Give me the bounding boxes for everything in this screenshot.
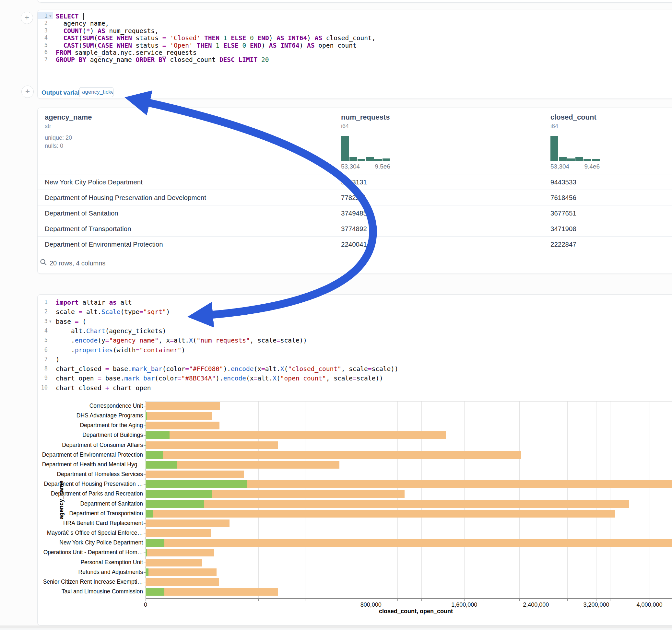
histogram-bar: [383, 159, 390, 161]
table-cell: 2222847: [550, 237, 576, 252]
column-stat-unique: unique: 20: [45, 135, 72, 141]
table-row[interactable]: Department of Transportation377489234719…: [38, 221, 672, 236]
histogram-bar: [550, 136, 558, 161]
code-line: FROM sample_data.nyc.service_requests: [56, 49, 196, 56]
histogram-max-closed-count: 9.4e6: [570, 163, 600, 170]
code-line: COUNT(*) AS num_requests,: [56, 27, 159, 35]
line-number: 5: [37, 42, 48, 48]
histogram-bar: [374, 159, 382, 161]
line-number: 9: [37, 374, 48, 381]
code-line: alt.Chart(agency_tickets): [56, 327, 166, 335]
line-number: 1: [37, 299, 48, 305]
line-number: 7: [37, 356, 48, 362]
histogram-bar: [366, 157, 374, 161]
code-line: chart_closed + chart_open: [56, 384, 151, 391]
add-block-button-output[interactable]: +: [21, 86, 34, 98]
histogram-bar: [341, 136, 349, 161]
fold-chevron-icon[interactable]: ▾: [49, 14, 51, 19]
column-stat-nulls: nulls: 0: [45, 143, 63, 149]
column-type-agency-name: str: [45, 123, 51, 130]
table-cell: 2240041: [341, 237, 367, 252]
code-line: chart_open = base.mark_bar(color="#8BC34…: [56, 374, 383, 382]
code-line: chart_closed = base.mark_bar(color="#FFC…: [56, 365, 399, 373]
line-number: 5: [37, 337, 48, 343]
table-row[interactable]: Department of Housing Preservation and D…: [38, 190, 672, 205]
code-line: .encode(y="agency_name", x=alt.X("num_re…: [56, 337, 307, 344]
line-number: 10: [37, 384, 48, 391]
table-cell: 9443533: [550, 174, 576, 190]
table-cell: 9453131: [341, 174, 367, 190]
code-line: import altair as alt: [56, 299, 132, 306]
code-line: base = (: [56, 318, 86, 325]
histogram-max-num-requests: 9.5e6: [360, 163, 390, 170]
histogram-bar: [358, 159, 365, 161]
code-line: ): [56, 356, 59, 363]
line-number: 6: [37, 49, 48, 55]
table-cell: 3471908: [550, 221, 576, 237]
column-header-closed-count[interactable]: closed_count: [550, 113, 597, 122]
text-cursor: [83, 13, 83, 20]
table-cell: 3749485: [341, 205, 367, 221]
table-footer: 20 rows, 4 columns: [50, 260, 105, 267]
histogram-bar: [592, 159, 600, 161]
histogram-bar: [559, 157, 567, 161]
code-line: .properties(width="container"): [56, 346, 185, 354]
code-line: scale = alt.Scale(type="sqrt"): [56, 308, 170, 316]
table-cell: 3774892: [341, 221, 367, 237]
fold-chevron-icon[interactable]: ▾: [49, 319, 51, 324]
code-line: GROUP BY agency_name ORDER BY closed_cou…: [56, 56, 269, 64]
line-number: 7: [37, 56, 48, 63]
table-cell: Department of Transportation: [45, 221, 131, 237]
histogram-closed-count: [550, 136, 600, 161]
previous-cell-edge: [37, 0, 672, 3]
histogram-num-requests: [341, 136, 390, 161]
add-block-button-top[interactable]: +: [21, 12, 33, 24]
code-line: CAST(SUM(CASE WHEN status = 'Closed' THE…: [56, 34, 376, 42]
table-cell: Department of Housing Preservation and D…: [45, 190, 206, 205]
search-icon[interactable]: [40, 258, 47, 266]
line-number: 4: [37, 34, 48, 41]
table-cell: Department of Environmental Protection: [45, 237, 163, 252]
line-number: 4: [37, 327, 48, 334]
line-number: 6: [37, 346, 48, 353]
line-number: 2: [37, 20, 48, 26]
column-type-num-requests: i64: [341, 123, 349, 130]
histogram-min-num-requests: 53,304: [341, 163, 360, 170]
table-cell: 7618456: [550, 190, 576, 205]
table-row[interactable]: Department of Environmental Protection22…: [38, 236, 672, 252]
histogram-bar: [567, 159, 575, 161]
histogram-min-closed-count: 53,304: [550, 163, 569, 170]
line-number: 3: [37, 27, 48, 34]
column-header-num-requests[interactable]: num_requests: [341, 113, 390, 122]
code-line: agency_name,: [56, 20, 109, 27]
line-number: 1: [37, 13, 48, 19]
page-bottom-strip: [0, 626, 672, 628]
table-cell: New York City Police Department: [45, 174, 143, 190]
next-cell-edge: [0, 628, 672, 630]
table-row[interactable]: Department of Sanitation37494853677651: [38, 205, 672, 221]
table-cell: Department of Sanitation: [45, 205, 118, 221]
histogram-bar: [350, 157, 357, 161]
code-line: CAST(SUM(CASE WHEN status = 'Open' THEN …: [56, 42, 357, 49]
histogram-bar: [583, 159, 591, 161]
table-cell: 3677651: [550, 205, 576, 221]
table-output: agency_name str unique: 20 nulls: 0 num_…: [37, 107, 672, 274]
line-number: 2: [37, 308, 48, 315]
histogram-bar: [575, 157, 583, 161]
column-type-closed-count: i64: [550, 123, 558, 130]
column-header-agency-name[interactable]: agency_name: [45, 113, 92, 122]
code-line: SELECT: [56, 13, 82, 20]
line-number: 3: [37, 318, 48, 324]
line-number: 8: [37, 365, 48, 372]
table-row[interactable]: New York City Police Department945313194…: [38, 174, 672, 190]
table-cell: 7782211: [341, 190, 366, 205]
